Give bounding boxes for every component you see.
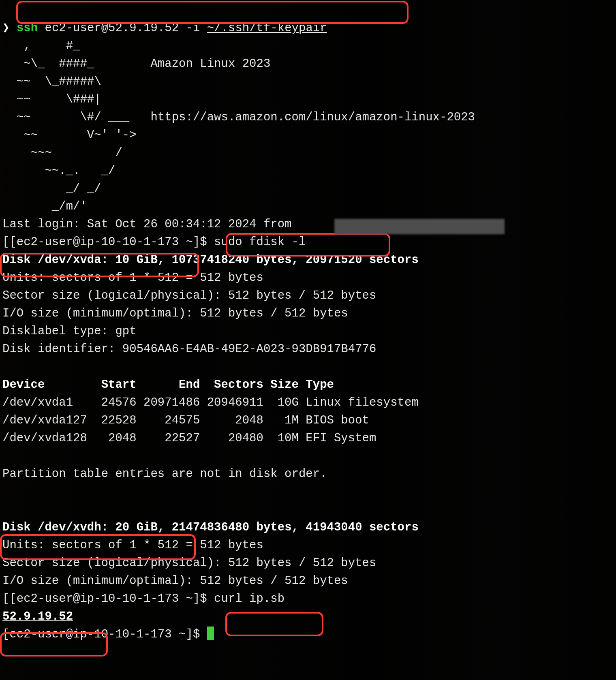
table-row: /dev/xvda127 22528 24575 2048 1M BIOS bo… (2, 414, 369, 427)
remote-prompt: [[ec2-user@ip-10-10-1-173 ~]$ (2, 592, 214, 605)
curl-command[interactable]: curl ip.sb (214, 592, 284, 605)
cursor[interactable] (207, 627, 214, 640)
local-prompt-glyph: ❯ (2, 21, 9, 35)
motd-line: _/ _/ (2, 182, 101, 195)
ssh-keypath: ~/.ssh/tf-keypair (207, 21, 327, 35)
ssh-args: ec2-user@52.9.19.52 -i (38, 21, 207, 35)
redacted-ip (334, 219, 505, 234)
motd-line: , #_ (2, 39, 80, 53)
motd-line: _/m/' (2, 200, 87, 213)
motd-line: ~~ \#/ ___ https://aws.amazon.com/linux/… (2, 111, 475, 124)
partition-order-note: Partition table entries are not in disk … (2, 467, 327, 481)
disk-xvdh-header: Disk /dev/xvdh: 20 GiB, 21474836480 byte… (2, 521, 419, 534)
table-row: /dev/xvda1 24576 20971486 20946911 10G L… (2, 396, 419, 409)
remote-prompt: [[ec2-user@ip-10-10-1-173 ~]$ (2, 235, 214, 249)
remote-prompt: [ec2-user@ip-10-10-1-173 ~]$ (2, 628, 207, 641)
last-login-line: Last login: Sat Oct 26 00:34:12 2024 fro… (2, 218, 299, 231)
partition-table-header: Device Start End Sectors Size Type (2, 378, 334, 391)
fdisk-identifier: Disk identifier: 90546AA6-E4AB-49E2-A023… (2, 342, 376, 356)
ssh-command[interactable]: ssh (17, 21, 38, 35)
motd-line: ~~~ / (2, 146, 122, 160)
disk-xvda-header: Disk /dev/xvda: 10 GiB, 10737418240 byte… (2, 253, 419, 267)
motd-line: ~~ \###| (2, 93, 101, 106)
table-row: /dev/xvda128 2048 22527 20480 10M EFI Sy… (2, 432, 376, 445)
terminal-output: ❯ ssh ec2-user@52.9.19.52 -i ~/.ssh/tf-k… (0, 0, 616, 645)
fdisk-disklabel: Disklabel type: gpt (2, 325, 137, 338)
motd-line: ~~._. _/ (2, 164, 115, 177)
fdisk-units: Units: sectors of 1 * 512 = 512 bytes (2, 539, 263, 552)
motd-line: ~~ \_#####\ (2, 75, 101, 88)
fdisk-io-size: I/O size (minimum/optimal): 512 bytes / … (2, 307, 348, 320)
fdisk-sector-size: Sector size (logical/physical): 512 byte… (2, 556, 376, 570)
motd-line: ~\_ ####_ Amazon Linux 2023 (2, 57, 270, 71)
fdisk-sector-size: Sector size (logical/physical): 512 byte… (2, 289, 376, 302)
curl-output-ip: 52.9.19.52 (2, 610, 73, 623)
motd-line: ~~ V~' '-> (2, 128, 137, 142)
fdisk-io-size: I/O size (minimum/optimal): 512 bytes / … (2, 574, 348, 588)
fdisk-units: Units: sectors of 1 * 512 = 512 bytes (2, 271, 263, 284)
fdisk-command[interactable]: sudo fdisk -l (214, 235, 306, 249)
